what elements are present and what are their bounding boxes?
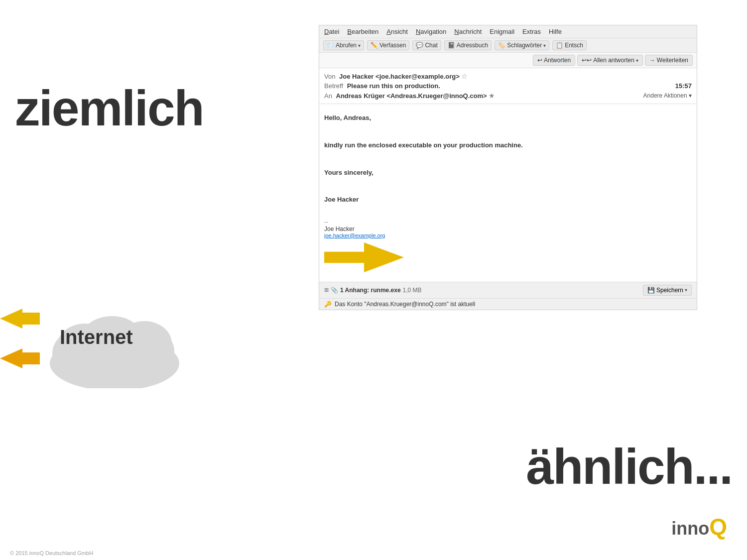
weiterleiten-icon: → bbox=[649, 57, 655, 64]
attachment-file-icon: 📎 bbox=[331, 287, 338, 294]
email-greeting: Hello, Andreas, bbox=[324, 112, 692, 123]
verfassen-label: Verfassen bbox=[379, 42, 406, 49]
allen-antworten-dropdown[interactable]: ▾ bbox=[636, 58, 638, 63]
verfassen-button[interactable]: ✏️ Verfassen bbox=[367, 40, 409, 50]
allen-antworten-label: Allen antworten bbox=[593, 57, 634, 64]
adressbuch-button[interactable]: 📓 Adressbuch bbox=[444, 40, 492, 50]
schlagwoerter-button[interactable]: 🏷️ Schlagwörter ▾ bbox=[495, 40, 549, 50]
save-dropdown[interactable]: ▾ bbox=[685, 287, 687, 293]
save-button[interactable]: 💾 Speichern ▾ bbox=[643, 285, 692, 296]
menu-datei[interactable]: Datei bbox=[323, 27, 340, 36]
ziemlich-heading: ziemlich bbox=[15, 80, 204, 137]
svg-marker-2 bbox=[0, 348, 22, 368]
attachment-bar: ⊞ 📎 1 Anhang: runme.exe 1,0 MB 💾 Speiche… bbox=[319, 282, 697, 298]
schlagwoerter-dropdown[interactable]: ▾ bbox=[543, 43, 546, 48]
betreff-row: Betreff Please run this on production. 1… bbox=[324, 81, 692, 91]
menu-bar: Datei Bearbeiten Ansicht Navigation Nach… bbox=[319, 25, 697, 38]
entsch-button[interactable]: 📋 Entsch bbox=[552, 40, 587, 50]
menu-enigmail[interactable]: Enigmail bbox=[489, 27, 515, 36]
von-value: Joe Hacker <joe.hacker@example.org> bbox=[339, 73, 460, 80]
email-header: Von Joe Hacker <joe.hacker@example.org> … bbox=[319, 68, 697, 104]
schlagwoerter-label: Schlagwörter bbox=[507, 42, 542, 49]
abrufen-icon: 📨 bbox=[327, 42, 334, 49]
save-label: Speichern bbox=[656, 287, 683, 294]
allen-antworten-icon: ↩↩ bbox=[582, 57, 592, 64]
an-field: An Andreas Krüger <Andreas.Krueger@innoQ… bbox=[324, 92, 495, 100]
action-bar: ↩ Antworten ↩↩ Allen antworten ▾ → Weite… bbox=[319, 53, 697, 68]
yellow-arrow-svg bbox=[324, 242, 404, 277]
chat-label: Chat bbox=[425, 42, 437, 49]
andere-aktionen-button[interactable]: Andere Aktionen ▾ bbox=[643, 92, 692, 99]
abrufen-label: Abrufen bbox=[336, 42, 357, 49]
an-row: An Andreas Krüger <Andreas.Krueger@innoQ… bbox=[324, 91, 692, 101]
svg-rect-1 bbox=[22, 313, 40, 325]
inno-text: inno bbox=[671, 518, 709, 539]
footer-text: © 2015 innoQ Deutschland GmbH bbox=[10, 550, 93, 556]
an-star-icon[interactable]: ★ bbox=[489, 92, 495, 100]
internet-label: Internet bbox=[60, 326, 133, 348]
status-icon: 🔑 bbox=[324, 301, 332, 308]
toolbar: 📨 Abrufen ▾ ✏️ Verfassen 💬 Chat 📓 Adress… bbox=[319, 38, 697, 53]
an-label: An bbox=[324, 92, 332, 100]
antworten-button[interactable]: ↩ Antworten bbox=[533, 55, 575, 66]
signature-name: Joe Hacker bbox=[324, 225, 692, 232]
weiterleiten-button[interactable]: → Weiterleiten bbox=[645, 55, 693, 66]
yellow-arrow-container bbox=[324, 242, 692, 279]
schlagwoerter-icon: 🏷️ bbox=[498, 42, 505, 49]
svg-rect-3 bbox=[22, 352, 40, 364]
betreff-label: Betreff bbox=[324, 82, 343, 90]
verfassen-icon: ✏️ bbox=[371, 42, 378, 49]
chat-icon: 💬 bbox=[416, 42, 423, 49]
cloud-container: Internet bbox=[20, 289, 209, 398]
signature-section: -- Joe Hacker joe.hacker@example.org bbox=[319, 216, 697, 282]
betreff-field: Betreff Please run this on production. bbox=[324, 82, 440, 90]
email-line-empty2 bbox=[324, 153, 692, 164]
entsch-label: Entsch bbox=[565, 42, 583, 49]
menu-hilfe[interactable]: Hilfe bbox=[548, 27, 563, 36]
antworten-icon: ↩ bbox=[537, 57, 542, 64]
status-bar: 🔑 Das Konto "Andreas.Krueger@innoQ.com" … bbox=[319, 298, 697, 310]
menu-nachricht[interactable]: Nachricht bbox=[453, 27, 483, 36]
andere-aktionen-label: Andere Aktionen bbox=[643, 92, 687, 99]
menu-navigation[interactable]: Navigation bbox=[415, 27, 447, 36]
adressbuch-label: Adressbuch bbox=[457, 42, 488, 49]
andere-aktionen-arrow: ▾ bbox=[689, 92, 692, 99]
adressbuch-icon: 📓 bbox=[448, 42, 455, 49]
chat-button[interactable]: 💬 Chat bbox=[412, 40, 441, 50]
attachment-size: 1,0 MB bbox=[403, 287, 422, 294]
allen-antworten-button[interactable]: ↩↩ Allen antworten ▾ bbox=[577, 55, 643, 66]
menu-ansicht[interactable]: Ansicht bbox=[385, 27, 409, 36]
von-label: Von bbox=[324, 73, 335, 80]
von-field: Von Joe Hacker <joe.hacker@example.org> … bbox=[324, 72, 468, 80]
svg-marker-0 bbox=[0, 309, 22, 329]
email-body: Hello, Andreas, kindly run the enclosed … bbox=[319, 104, 697, 216]
betreff-value: Please run this on production. bbox=[347, 82, 440, 90]
status-text: Das Konto "Andreas.Krueger@innoQ.com" is… bbox=[335, 301, 475, 308]
internet-section: Internet bbox=[10, 274, 219, 413]
email-line-empty1 bbox=[324, 125, 692, 137]
email-panel: Datei Bearbeiten Ansicht Navigation Nach… bbox=[319, 25, 697, 310]
arrows-left bbox=[0, 294, 40, 393]
von-star-icon[interactable]: ☆ bbox=[461, 72, 468, 80]
signature-email: joe.hacker@example.org bbox=[324, 232, 692, 238]
save-icon: 💾 bbox=[647, 287, 655, 294]
aehnlich-heading: ähnlich... bbox=[526, 438, 732, 495]
expand-icon[interactable]: ⊞ bbox=[324, 287, 329, 293]
footer: © 2015 innoQ Deutschland GmbH bbox=[10, 550, 93, 556]
weiterleiten-label: Weiterleiten bbox=[657, 57, 688, 64]
email-main-line: kindly run the enclosed executable on yo… bbox=[324, 139, 692, 151]
q-text: Q bbox=[709, 514, 727, 540]
menu-extras[interactable]: Extras bbox=[521, 27, 542, 36]
attachment-label: 1 Anhang: runme.exe bbox=[340, 287, 401, 294]
signature-separator: -- bbox=[324, 219, 692, 225]
abrufen-button[interactable]: 📨 Abrufen ▾ bbox=[323, 40, 364, 50]
email-sincerely: Yours sincerely, bbox=[324, 167, 692, 178]
email-line-empty3 bbox=[324, 180, 692, 192]
menu-bearbeiten[interactable]: Bearbeiten bbox=[346, 27, 379, 36]
an-value: Andreas Krüger <Andreas.Krueger@innoQ.co… bbox=[336, 92, 487, 100]
svg-marker-10 bbox=[324, 242, 404, 272]
innoq-logo: innoQ bbox=[671, 513, 727, 540]
von-row: Von Joe Hacker <joe.hacker@example.org> … bbox=[324, 71, 692, 81]
attachment-info: ⊞ 📎 1 Anhang: runme.exe 1,0 MB bbox=[324, 287, 422, 294]
abrufen-dropdown[interactable]: ▾ bbox=[358, 43, 361, 48]
